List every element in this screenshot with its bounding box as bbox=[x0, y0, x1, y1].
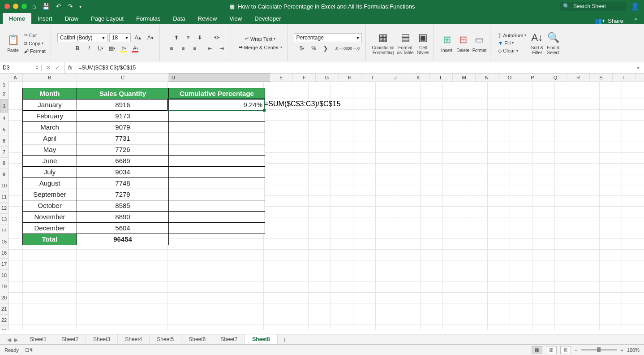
autosum-button[interactable]: ∑AutoSum▾ bbox=[497, 32, 528, 39]
clear-button[interactable]: ◇Clear▾ bbox=[497, 48, 528, 54]
cell[interactable] bbox=[169, 223, 265, 234]
cell[interactable]: April bbox=[22, 133, 77, 144]
copy-button[interactable]: ⧉Copy▾ bbox=[22, 40, 47, 47]
total-label[interactable]: Total bbox=[22, 234, 77, 245]
comma-icon[interactable]: ❯ bbox=[320, 44, 331, 53]
font-name-select[interactable]: Calibri (Body)▾ bbox=[57, 33, 107, 42]
conditional-formatting-button[interactable]: ▦Conditional Formatting bbox=[372, 31, 395, 55]
cell[interactable]: 6689 bbox=[77, 156, 169, 167]
formula-input[interactable]: =SUM($C$3:C3)/$C$15 bbox=[76, 65, 632, 71]
user-icon[interactable]: 👤 bbox=[631, 2, 640, 11]
percent-icon[interactable]: % bbox=[309, 44, 319, 53]
cell[interactable]: 9.24% bbox=[169, 100, 265, 110]
cell[interactable]: 5604 bbox=[77, 223, 169, 234]
cell[interactable]: October bbox=[22, 200, 77, 212]
tab-insert[interactable]: Insert bbox=[31, 13, 59, 24]
underline-button[interactable]: U▾ bbox=[95, 44, 106, 53]
total-value[interactable]: 96454 bbox=[77, 234, 169, 245]
orientation-icon[interactable]: ⟲▾ bbox=[211, 33, 222, 42]
cell[interactable]: December bbox=[22, 223, 77, 234]
number-format-select[interactable]: Percentage▾ bbox=[294, 33, 362, 42]
bold-button[interactable]: B bbox=[72, 44, 83, 53]
indent-right-icon[interactable]: ⇥ bbox=[216, 44, 227, 53]
cell[interactable] bbox=[169, 144, 265, 156]
share-button[interactable]: 👥+Share bbox=[590, 17, 628, 24]
cell[interactable]: 8890 bbox=[77, 212, 169, 223]
cell[interactable] bbox=[169, 111, 265, 122]
search-sheet[interactable]: 🔍 bbox=[560, 2, 626, 11]
decrease-font-icon[interactable]: A▾ bbox=[145, 33, 156, 42]
increase-decimal-icon[interactable]: .00→.0 bbox=[348, 44, 359, 53]
table-header[interactable]: Month bbox=[22, 88, 77, 100]
format-as-table-button[interactable]: ▤Format as Table bbox=[397, 31, 414, 55]
tab-draw[interactable]: Draw bbox=[59, 13, 85, 24]
qat-more-icon[interactable]: ▾ bbox=[79, 4, 82, 9]
cell-styles-button[interactable]: ▣Cell Styles bbox=[416, 31, 430, 55]
cell[interactable] bbox=[169, 133, 265, 144]
sort-filter-button[interactable]: A↓Sort & Filter bbox=[530, 31, 544, 55]
format-painter-button[interactable]: 🖌Format bbox=[22, 48, 47, 54]
align-top-icon[interactable]: ⬆ bbox=[171, 33, 182, 42]
indent-left-icon[interactable]: ⇤ bbox=[205, 44, 215, 53]
italic-button[interactable]: I bbox=[84, 44, 94, 53]
cell[interactable]: March bbox=[22, 122, 77, 133]
cell[interactable]: August bbox=[22, 178, 77, 189]
increase-font-icon[interactable]: A▴ bbox=[133, 33, 143, 42]
collapse-ribbon-icon[interactable]: ⌃ bbox=[628, 17, 644, 24]
find-select-button[interactable]: 🔍Find & Select bbox=[546, 31, 560, 55]
tab-home[interactable]: Home bbox=[3, 13, 31, 24]
grid-cells[interactable]: MonthSales QuantityCumulative Percentage… bbox=[8, 82, 644, 330]
fill-button[interactable]: ▼Fill▾ bbox=[497, 40, 528, 46]
cell[interactable]: May bbox=[22, 144, 77, 156]
home-icon[interactable]: ⌂ bbox=[32, 3, 36, 10]
table-header[interactable]: Cumulative Percentage bbox=[169, 88, 265, 100]
tab-review[interactable]: Review bbox=[192, 13, 223, 24]
fx-icon[interactable]: fx bbox=[64, 65, 76, 71]
cell[interactable] bbox=[169, 167, 265, 178]
tab-developer[interactable]: Developer bbox=[248, 13, 287, 24]
decrease-decimal-icon[interactable]: .0→.00 bbox=[336, 44, 347, 53]
cell[interactable] bbox=[169, 122, 265, 133]
tab-formulas[interactable]: Formulas bbox=[130, 13, 167, 24]
font-color-button[interactable]: A▾ bbox=[130, 44, 141, 53]
save-icon[interactable]: 💾 bbox=[42, 3, 50, 10]
cell[interactable]: 9173 bbox=[77, 111, 169, 122]
align-center-icon[interactable]: ≡ bbox=[178, 44, 189, 53]
maximize-window[interactable] bbox=[21, 4, 27, 9]
cell[interactable]: June bbox=[22, 156, 77, 167]
cell[interactable]: 8916 bbox=[77, 100, 169, 111]
font-size-select[interactable]: 18▾ bbox=[109, 33, 131, 42]
row-headers[interactable]: 1234567891011121314151617181920212223242… bbox=[0, 82, 9, 330]
cell[interactable]: January bbox=[22, 100, 77, 111]
cell[interactable]: July bbox=[22, 167, 77, 178]
currency-icon[interactable]: $▾ bbox=[297, 44, 308, 53]
cell[interactable]: 7279 bbox=[77, 189, 169, 200]
search-input[interactable] bbox=[572, 3, 623, 10]
expand-formula-bar-icon[interactable]: ▼ bbox=[632, 65, 644, 70]
cell[interactable]: 9034 bbox=[77, 167, 169, 178]
paste-button[interactable]: 📋 Paste bbox=[6, 34, 20, 53]
cancel-formula-icon[interactable]: ✕ bbox=[46, 65, 51, 71]
cell[interactable] bbox=[169, 178, 265, 189]
cell[interactable]: 7731 bbox=[77, 133, 169, 144]
align-bottom-icon[interactable]: ⬇ bbox=[194, 33, 205, 42]
wrap-text-button[interactable]: ↵Wrap Text▾ bbox=[244, 35, 277, 42]
cell[interactable] bbox=[169, 212, 265, 223]
cell[interactable]: February bbox=[22, 111, 77, 122]
name-box[interactable]: D3 ▲▼ bbox=[0, 65, 42, 71]
redo-icon[interactable]: ↷ bbox=[68, 3, 73, 10]
align-right-icon[interactable]: ≡ bbox=[189, 44, 200, 53]
tab-view[interactable]: View bbox=[223, 13, 248, 24]
cell[interactable] bbox=[169, 156, 265, 167]
align-left-icon[interactable]: ≡ bbox=[166, 44, 177, 53]
border-button[interactable]: ▦▾ bbox=[107, 44, 118, 53]
cell[interactable] bbox=[169, 200, 265, 212]
merge-center-button[interactable]: ⬌Merge & Center▾ bbox=[237, 44, 283, 51]
column-headers[interactable]: ABCDEFGHIJKLMNOPQRST bbox=[8, 74, 644, 82]
insert-cells-button[interactable]: ⊞Insert bbox=[440, 34, 454, 53]
cell[interactable]: November bbox=[22, 212, 77, 223]
align-middle-icon[interactable]: ≡ bbox=[183, 33, 193, 42]
cell[interactable]: 9079 bbox=[77, 122, 169, 133]
cell[interactable]: 7726 bbox=[77, 144, 169, 156]
cell[interactable]: 8585 bbox=[77, 200, 169, 212]
